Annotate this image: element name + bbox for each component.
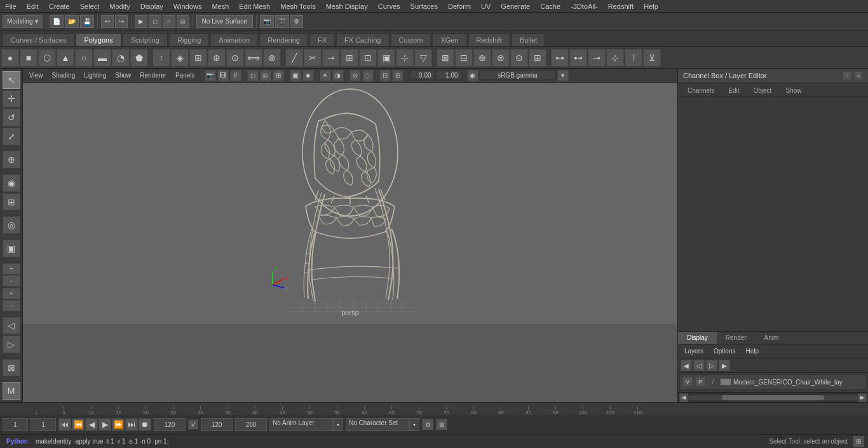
- tab-fx[interactable]: FX: [309, 33, 335, 46]
- scroll-left-arrow[interactable]: ◀: [679, 393, 688, 402]
- dt-tab-anim[interactable]: Anim: [756, 332, 788, 344]
- menu-redshift[interactable]: Redshift: [603, 1, 639, 11]
- tab-fx-caching[interactable]: FX Caching: [336, 33, 389, 46]
- minus-button[interactable]: −: [3, 275, 20, 287]
- shelf-multicut-button[interactable]: ✂: [304, 49, 322, 67]
- menu-select[interactable]: Select: [75, 1, 105, 11]
- vp-shade-btn[interactable]: ▣: [290, 70, 301, 81]
- vp-smooth-btn[interactable]: ◎: [260, 70, 271, 81]
- no-live-surface-button[interactable]: No Live Surface: [196, 15, 253, 28]
- shelf-symmetrize-button[interactable]: ⊞: [529, 49, 546, 67]
- cb-tab-object[interactable]: Object: [747, 85, 779, 97]
- layer-row[interactable]: V P / Modern_GENERICO_Chair_White_lay: [679, 374, 867, 390]
- tab-custom[interactable]: Custom: [391, 33, 431, 46]
- menu-edit-mesh[interactable]: Edit Mesh: [234, 1, 275, 11]
- shelf-relax-button[interactable]: ⊜: [492, 49, 510, 67]
- vp-menu-lighting[interactable]: Lighting: [80, 71, 110, 80]
- tab-rigging[interactable]: Rigging: [169, 33, 209, 46]
- layer-next-button[interactable]: ▷: [706, 360, 717, 371]
- tab-polygons[interactable]: Polygons: [76, 33, 121, 46]
- vp-menu-show[interactable]: Show: [111, 71, 135, 80]
- cb-tab-show[interactable]: Show: [778, 85, 808, 97]
- range-start-input[interactable]: [31, 418, 56, 431]
- shelf-sphere-button[interactable]: ●: [1, 49, 19, 67]
- current-frame-input[interactable]: [3, 418, 28, 431]
- menu-create[interactable]: Create: [44, 1, 75, 11]
- timeline-extra-button[interactable]: ⊞: [436, 419, 447, 430]
- menu-mesh-display[interactable]: Mesh Display: [321, 1, 373, 11]
- no-anim-layer-dropdown[interactable]: No Anim Layer: [269, 418, 333, 431]
- shelf-target-button[interactable]: ⊹: [396, 49, 414, 67]
- menu-help[interactable]: Help: [639, 1, 663, 11]
- tab-animation[interactable]: Animation: [210, 33, 258, 46]
- playback-end-input[interactable]: [154, 418, 186, 431]
- menu-mesh[interactable]: Mesh: [207, 1, 234, 11]
- shelf-disc-button[interactable]: ◔: [112, 49, 130, 67]
- vp-colorspace-arrow[interactable]: ▾: [557, 70, 569, 81]
- range-checkbox[interactable]: ✓: [188, 419, 198, 430]
- vp-menu-view[interactable]: View: [25, 71, 47, 80]
- shelf-display-btn5[interactable]: ⊺: [625, 49, 642, 67]
- marquee-select-button[interactable]: ▣: [3, 240, 20, 257]
- shelf-offset-button[interactable]: ⊡: [359, 49, 377, 67]
- tab-redshift[interactable]: Redshift: [468, 33, 510, 46]
- mode-dropdown[interactable]: Modeling ▾: [3, 15, 43, 28]
- vp-colorspace-selector[interactable]: sRGB gamma: [480, 71, 556, 80]
- new-scene-button[interactable]: 📄: [50, 15, 64, 28]
- scroll-track[interactable]: [688, 395, 858, 400]
- prev-frame-button[interactable]: ◀: [85, 418, 98, 431]
- anim-layer-arrow[interactable]: ▾: [333, 418, 343, 431]
- layer-visibility-toggle[interactable]: V: [682, 377, 693, 387]
- scroll-thumb[interactable]: [722, 395, 824, 400]
- shelf-display-btn4[interactable]: ⊹: [606, 49, 624, 67]
- command-field[interactable]: makeIdentity -apply true -t 1 -r 1 -s 1 …: [36, 438, 764, 445]
- vp-ao-btn[interactable]: ⊙: [349, 70, 361, 81]
- menu-deform[interactable]: Deform: [443, 1, 476, 11]
- tab-bullet[interactable]: Bullet: [512, 33, 546, 46]
- lasso-button[interactable]: ◻: [149, 15, 161, 28]
- arrow2-btn[interactable]: ▷: [3, 336, 20, 353]
- menu-generate[interactable]: Generate: [496, 1, 535, 11]
- shelf-layout-button[interactable]: ⊟: [455, 49, 473, 67]
- menu-3dtoall[interactable]: -3DtoAll-: [566, 1, 603, 11]
- vp-shade2-btn[interactable]: ■: [302, 70, 314, 81]
- vp-menu-shading[interactable]: Shading: [48, 71, 79, 80]
- cb-tab-channels[interactable]: Channels: [681, 85, 721, 97]
- tab-curves-surfaces[interactable]: Curves / Surfaces: [3, 33, 74, 46]
- layer-prev-button[interactable]: ◀: [681, 360, 692, 371]
- shelf-plane-button[interactable]: ▬: [93, 49, 111, 67]
- dt-tab-display[interactable]: Display: [678, 332, 717, 344]
- vp-select-btn[interactable]: ◻: [247, 70, 259, 81]
- no-character-set-dropdown[interactable]: No Character Set: [346, 418, 409, 431]
- next-frame-button[interactable]: ⏩: [112, 418, 125, 431]
- shelf-smooth-button[interactable]: ⊙: [226, 49, 244, 67]
- vp-hud-btn[interactable]: ⊟: [392, 70, 403, 81]
- vp-isolate-btn[interactable]: ⊡: [379, 70, 391, 81]
- select-tool-button[interactable]: ↖: [3, 71, 20, 89]
- tab-xgen[interactable]: XGen: [432, 33, 466, 46]
- menu-edit[interactable]: Edit: [22, 1, 44, 11]
- rotate-tool-button[interactable]: ↺: [3, 109, 20, 126]
- scale-tool-button[interactable]: ⤢: [3, 128, 20, 146]
- shelf-reduce-button[interactable]: ▽: [414, 49, 432, 67]
- record-button[interactable]: ⏺: [139, 418, 151, 431]
- layers-menu-help[interactable]: Help: [742, 346, 763, 356]
- timeline-settings-button[interactable]: ⚙: [422, 419, 433, 430]
- status-bar-button[interactable]: ⊞: [853, 436, 864, 447]
- menu-surfaces[interactable]: Surfaces: [405, 1, 443, 11]
- shelf-cylinder-button[interactable]: ⬡: [38, 49, 56, 67]
- tab-rendering[interactable]: Rendering: [259, 33, 308, 46]
- menu-display[interactable]: Display: [135, 1, 168, 11]
- layers-scrollbar[interactable]: ◀ ▶: [678, 392, 868, 402]
- layer-color-swatch[interactable]: [721, 379, 731, 385]
- shelf-display-btn2[interactable]: ⊷: [569, 49, 587, 67]
- shelf-torus-button[interactable]: ○: [75, 49, 93, 67]
- snap-grid-button[interactable]: ⊞: [3, 193, 20, 211]
- shelf-display-btn6[interactable]: ⊻: [643, 49, 661, 67]
- vp-dof-btn[interactable]: ◌: [362, 70, 374, 81]
- layers-menu-layers[interactable]: Layers: [681, 346, 707, 356]
- soft-mod-button[interactable]: ◎: [3, 216, 20, 234]
- shelf-display-btn3[interactable]: ⊸: [588, 49, 606, 67]
- layer-next2-button[interactable]: ▶: [719, 360, 730, 371]
- open-scene-button[interactable]: 📂: [65, 15, 79, 28]
